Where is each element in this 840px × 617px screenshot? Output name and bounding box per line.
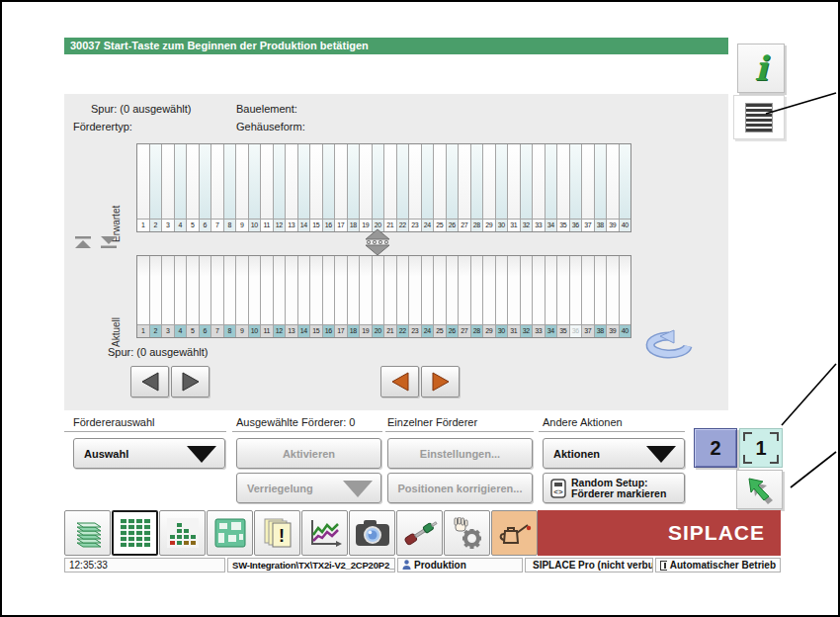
toolbar-manual-button[interactable]: [444, 510, 490, 556]
track-cell-39[interactable]: 39: [607, 144, 620, 231]
track-cell-23[interactable]: 23: [409, 144, 422, 231]
einstellungen-button[interactable]: Einstellungen...: [387, 438, 533, 469]
track-cell-17[interactable]: 17: [335, 144, 348, 231]
track-cell-38[interactable]: 38: [595, 256, 608, 337]
track-cell-4[interactable]: 4: [175, 144, 188, 231]
track-cell-13[interactable]: 13: [286, 256, 298, 337]
track-cell-26[interactable]: 26: [447, 256, 460, 337]
track-cell-19[interactable]: 19: [360, 256, 373, 337]
auswahl-dropdown[interactable]: Auswahl: [73, 438, 225, 469]
track-cell-18[interactable]: 18: [348, 144, 361, 231]
track-cell-10[interactable]: 10: [249, 256, 262, 337]
track-cell-22[interactable]: 22: [397, 144, 410, 231]
track-cell-3[interactable]: 3: [162, 144, 175, 231]
track-cell-30[interactable]: 30: [496, 256, 509, 337]
track-cell-7[interactable]: 7: [211, 144, 224, 231]
track-next-button[interactable]: [171, 366, 210, 397]
track-cell-30[interactable]: 30: [496, 144, 509, 231]
gantry-1-button[interactable]: 1: [739, 428, 783, 468]
track-cell-18[interactable]: 18: [348, 256, 361, 337]
rotate-table-button[interactable]: [643, 328, 695, 360]
track-cell-16[interactable]: 16: [323, 144, 336, 231]
track-cell-9[interactable]: 9: [236, 256, 249, 337]
track-cell-8[interactable]: 8: [224, 256, 237, 337]
track-cell-6[interactable]: 6: [200, 256, 212, 337]
toolbar-board-view-button[interactable]: [207, 510, 253, 556]
track-cell-4[interactable]: 4: [175, 256, 188, 337]
track-cell-20[interactable]: 20: [373, 256, 385, 337]
track-cell-40[interactable]: 40: [620, 144, 631, 231]
track-cell-6[interactable]: 6: [200, 144, 212, 231]
track-cell-24[interactable]: 24: [422, 256, 435, 337]
track-cell-7[interactable]: 7: [211, 256, 224, 337]
random-setup-button[interactable]: <> Random Setup: Förderer markieren: [543, 473, 685, 503]
toolbar-camera-button[interactable]: [349, 510, 395, 556]
track-cell-26[interactable]: 26: [447, 144, 460, 231]
gantry-2-button[interactable]: 2: [694, 428, 737, 468]
track-cell-11[interactable]: 11: [261, 144, 274, 231]
track-cell-21[interactable]: 21: [384, 144, 397, 231]
track-cell-1[interactable]: 1: [137, 256, 150, 337]
toolbar-errors-button[interactable]: !: [254, 510, 300, 556]
track-cell-33[interactable]: 33: [533, 144, 546, 231]
track-prev-button[interactable]: [130, 366, 169, 397]
track-cell-39[interactable]: 39: [607, 256, 620, 337]
track-cell-24[interactable]: 24: [422, 144, 435, 231]
track-cell-15[interactable]: 15: [310, 144, 323, 231]
toolbar-maintenance-button[interactable]: [491, 510, 538, 556]
track-cell-5[interactable]: 5: [187, 256, 200, 337]
track-cell-3[interactable]: 3: [162, 256, 175, 337]
track-cell-14[interactable]: 14: [298, 144, 311, 231]
track-cell-29[interactable]: 29: [483, 144, 496, 231]
track-cell-14[interactable]: 14: [298, 256, 311, 337]
track-cell-34[interactable]: 34: [546, 256, 558, 337]
track-cell-36[interactable]: 36: [570, 144, 583, 231]
track-cell-29[interactable]: 29: [483, 256, 496, 337]
track-cell-5[interactable]: 5: [187, 144, 200, 231]
track-cell-21[interactable]: 21: [384, 256, 397, 337]
toolbar-feeder-setup-button[interactable]: [112, 510, 158, 556]
track-cell-25[interactable]: 25: [434, 144, 447, 231]
track-cell-16[interactable]: 16: [323, 256, 336, 337]
track-cell-38[interactable]: 38: [595, 144, 608, 231]
track-cell-31[interactable]: 31: [508, 144, 521, 231]
track-cell-32[interactable]: 32: [521, 144, 534, 231]
track-cell-1[interactable]: 1: [137, 144, 150, 231]
track-cell-33[interactable]: 33: [533, 256, 546, 337]
toolbar-component-stats-button[interactable]: [159, 510, 206, 556]
track-cell-2[interactable]: 2: [150, 144, 163, 231]
track-cell-9[interactable]: 9: [236, 144, 249, 231]
track-cell-23[interactable]: 23: [409, 256, 422, 337]
positionen-korrigieren-button[interactable]: Positionen korrigieren...: [387, 473, 533, 503]
scroll-bottom-button[interactable]: [100, 235, 118, 249]
jump-back-button[interactable]: [736, 470, 783, 509]
track-cell-17[interactable]: 17: [335, 256, 348, 337]
track-cell-20[interactable]: 20: [373, 144, 385, 231]
track-cell-25[interactable]: 25: [434, 256, 447, 337]
toolbar-board-stack-button[interactable]: [64, 510, 111, 556]
track-cell-12[interactable]: 12: [274, 144, 287, 231]
track-cell-28[interactable]: 28: [471, 144, 484, 231]
track-cell-11[interactable]: 11: [261, 256, 274, 337]
track-cell-35[interactable]: 35: [557, 256, 570, 337]
strip-swap-handle[interactable]: [365, 228, 390, 256]
track-cell-22[interactable]: 22: [397, 256, 410, 337]
track-cell-27[interactable]: 27: [459, 256, 471, 337]
track-cell-31[interactable]: 31: [508, 256, 521, 337]
track-cell-13[interactable]: 13: [286, 144, 298, 231]
track-cell-27[interactable]: 27: [459, 144, 471, 231]
track-cell-28[interactable]: 28: [471, 256, 484, 337]
track-cell-34[interactable]: 34: [546, 144, 558, 231]
feeder-prev-button[interactable]: [380, 366, 419, 397]
track-cell-40[interactable]: 40: [620, 256, 631, 337]
track-cell-36[interactable]: 36: [570, 256, 583, 337]
track-cell-15[interactable]: 15: [310, 256, 323, 337]
track-cell-37[interactable]: 37: [582, 256, 595, 337]
info-button[interactable]: i: [737, 44, 785, 93]
track-list-button[interactable]: [733, 95, 785, 139]
aktionen-dropdown[interactable]: Aktionen: [543, 438, 685, 469]
track-cell-37[interactable]: 37: [582, 144, 595, 231]
scroll-top-button[interactable]: [74, 235, 92, 249]
track-cell-35[interactable]: 35: [557, 144, 570, 231]
track-cell-12[interactable]: 12: [274, 256, 287, 337]
